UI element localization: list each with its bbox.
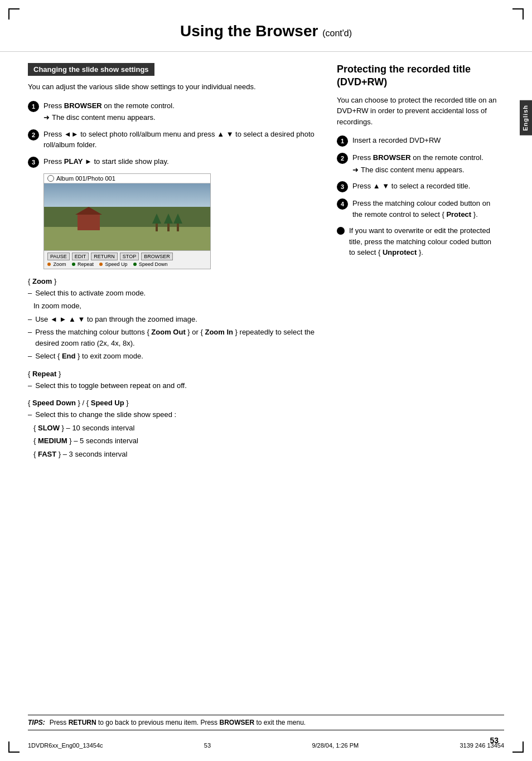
ctrl-browser: BROWSER bbox=[141, 253, 173, 260]
screenshot-box: Album 001/Photo 001 bbox=[43, 173, 211, 269]
step-1-arrow-text: The disc content menu appears. bbox=[52, 112, 156, 123]
step-1: 1 Press BROWSER on the remote control. ➜… bbox=[28, 100, 320, 123]
speed-fast: { FAST } – 3 seconds interval bbox=[28, 449, 320, 460]
right-section-intro: You can choose to protect the recorded t… bbox=[337, 95, 499, 128]
tips-bar: TIPS: Press RETURN to go back to previou… bbox=[28, 715, 504, 730]
repeat-desc: – Select this to toggle between repeat o… bbox=[28, 380, 320, 391]
main-content: Changing the slide show settings You can… bbox=[0, 52, 532, 474]
right-step-1-content: Insert a recorded DVD+RW bbox=[352, 135, 499, 146]
field-layer bbox=[44, 227, 210, 250]
arrow-symbol: ➜ bbox=[43, 112, 50, 123]
step-2-number: 2 bbox=[28, 129, 39, 140]
bullet-step: If you want to overwrite or edit the pro… bbox=[337, 225, 499, 258]
screenshot-title: Album 001/Photo 001 bbox=[56, 175, 115, 182]
tips-label: TIPS: bbox=[28, 719, 45, 726]
right-step-2: 2 Press BROWSER on the remote control. ➜… bbox=[337, 152, 499, 175]
legend-speed-up: Speed Up bbox=[99, 261, 128, 267]
tree-top-3 bbox=[173, 214, 182, 224]
screenshot-legend: Zoom Repeat Speed Up Speed Down bbox=[47, 261, 207, 267]
right-arrow-symbol: ➜ bbox=[352, 164, 359, 176]
right-step-1-number: 1 bbox=[337, 135, 348, 147]
zoom-in-zoom-mode: In zoom mode, bbox=[28, 300, 320, 312]
repeat-title: { Repeat } bbox=[28, 370, 320, 378]
corner-mark-tr bbox=[512, 8, 524, 20]
step-1-content: Press BROWSER on the remote control. ➜ T… bbox=[43, 100, 320, 123]
corner-mark-br bbox=[512, 741, 524, 753]
right-step-2-content: Press BROWSER on the remote control. ➜ T… bbox=[352, 152, 499, 175]
ctrl-stop: STOP bbox=[120, 253, 139, 260]
zoom-select-desc: – Select this to activate zoom mode. bbox=[28, 288, 320, 299]
left-column: Changing the slide show settings You can… bbox=[28, 63, 320, 463]
speed-medium: { MEDIUM } – 5 seconds interval bbox=[28, 435, 320, 447]
tree-2 bbox=[164, 214, 173, 231]
cd-icon bbox=[47, 175, 54, 182]
step-1-number: 1 bbox=[28, 101, 39, 112]
page-header: Using the Browser (cont'd) bbox=[0, 0, 532, 52]
footer-page-center: 53 bbox=[204, 742, 211, 749]
page-number: 53 bbox=[490, 736, 499, 745]
right-step-2-number: 2 bbox=[337, 153, 348, 164]
bullet-step-content: If you want to overwrite or edit the pro… bbox=[349, 225, 499, 258]
right-column: Protecting the recorded title (DVD+RW) Y… bbox=[337, 63, 499, 463]
screenshot-titlebar: Album 001/Photo 001 bbox=[44, 174, 210, 183]
right-step-3-content: Press ▲ ▼ to select a recorded title. bbox=[352, 181, 499, 192]
speed-desc: – Select this to change the slide show s… bbox=[28, 409, 320, 420]
tree-trunk-2 bbox=[167, 224, 170, 231]
zoom-section: { Zoom } – Select this to activate zoom … bbox=[28, 277, 320, 362]
legend-repeat: Repeat bbox=[72, 261, 94, 267]
sky-layer bbox=[44, 183, 210, 207]
step-3: 3 Press PLAY ► to start slide show play. bbox=[28, 156, 320, 168]
right-section-title: Protecting the recorded title (DVD+RW) bbox=[337, 63, 499, 89]
right-step-3: 3 Press ▲ ▼ to select a recorded title. bbox=[337, 181, 499, 192]
screenshot-buttons: PAUSE EDIT RETURN STOP BROWSER bbox=[47, 253, 207, 260]
tree-trunk-1 bbox=[156, 224, 158, 231]
bullet-dot-icon bbox=[337, 227, 345, 235]
footer-doc-code: 1DVDR6xx_Eng00_13454c bbox=[28, 742, 103, 749]
zoom-pan-desc: – Use ◄ ► ▲ ▼ to pan through the zoomed … bbox=[28, 314, 320, 325]
right-step-4: 4 Press the matching colour coded button… bbox=[337, 198, 499, 220]
right-step-4-content: Press the matching colour coded button o… bbox=[352, 198, 499, 220]
tree-top-2 bbox=[164, 214, 173, 224]
screenshot-image bbox=[44, 183, 210, 250]
right-step-4-number: 4 bbox=[337, 198, 348, 210]
tree-1 bbox=[152, 214, 161, 231]
ctrl-pause: PAUSE bbox=[47, 253, 70, 260]
footer-date: 9/28/04, 1:26 PM bbox=[312, 742, 359, 749]
screenshot-controls: PAUSE EDIT RETURN STOP BROWSER Zoom Repe… bbox=[44, 250, 210, 269]
speed-section: { Speed Down } / { Speed Up } – Select t… bbox=[28, 399, 320, 459]
corner-mark-tl bbox=[8, 8, 20, 20]
zoom-colour-desc: – Press the matching colour buttons { Zo… bbox=[28, 327, 320, 348]
step-2-content: Press ◄► to select photo roll/album menu… bbox=[43, 129, 320, 151]
tree-3 bbox=[173, 214, 182, 231]
ctrl-return: RETURN bbox=[91, 253, 118, 260]
zoom-title: { Zoom } bbox=[28, 277, 320, 285]
legend-zoom: Zoom bbox=[47, 261, 66, 267]
speed-slow: { SLOW } – 10 seconds interval bbox=[28, 423, 320, 434]
page-footer: 1DVDR6xx_Eng00_13454c 53 9/28/04, 1:26 P… bbox=[28, 742, 504, 749]
right-step-2-arrow-text: The disc content menu appears. bbox=[361, 164, 465, 176]
section-intro: You can adjust the various slide show se… bbox=[28, 81, 320, 93]
tree-top-1 bbox=[152, 214, 161, 224]
ctrl-edit: EDIT bbox=[72, 253, 89, 260]
legend-speed-down: Speed Down bbox=[133, 261, 168, 267]
page-title: Using the Browser (cont'd) bbox=[33, 22, 499, 40]
step-3-number: 3 bbox=[28, 157, 39, 168]
tree-trunk-3 bbox=[177, 224, 179, 231]
tips-text: Press RETURN to go back to previous menu… bbox=[50, 719, 306, 726]
zoom-end-desc: – Select { End } to exit zoom mode. bbox=[28, 351, 320, 362]
step-2: 2 Press ◄► to select photo roll/album me… bbox=[28, 129, 320, 151]
right-step-1: 1 Insert a recorded DVD+RW bbox=[337, 135, 499, 147]
right-step-3-number: 3 bbox=[337, 181, 348, 192]
barn-shape bbox=[78, 214, 100, 230]
step-3-content: Press PLAY ► to start slide show play. bbox=[43, 156, 320, 167]
section-heading: Changing the slide show settings bbox=[28, 63, 154, 76]
speed-title: { Speed Down } / { Speed Up } bbox=[28, 399, 320, 407]
repeat-section: { Repeat } – Select this to toggle betwe… bbox=[28, 370, 320, 391]
language-tab: English bbox=[520, 100, 532, 135]
corner-mark-bl bbox=[8, 741, 20, 753]
